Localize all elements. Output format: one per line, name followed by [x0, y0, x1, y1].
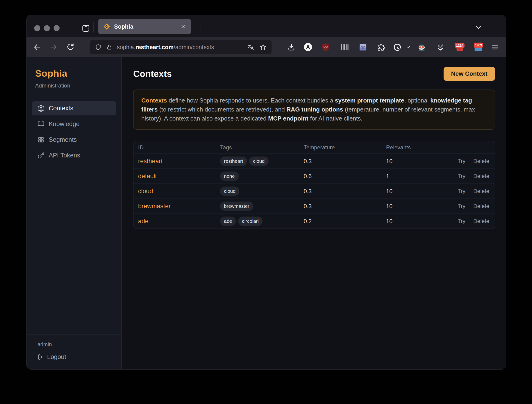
context-id-link[interactable]: default — [138, 173, 220, 180]
logout-icon — [38, 354, 44, 360]
clock-badge-icon[interactable]: 14:3 — [473, 42, 483, 52]
table-row: default none 0.6 1 Try Delete — [133, 169, 495, 183]
try-button[interactable]: Try — [458, 173, 466, 179]
sidebar-item-api-tokens[interactable]: API Tokens — [32, 148, 116, 163]
menu-hamburger-icon[interactable] — [490, 42, 500, 52]
window-close-button[interactable] — [34, 25, 40, 31]
sidebar-item-label: Knowledge — [49, 120, 80, 128]
table-body: restheart restheartcloud 0.3 10 Try Dele… — [133, 153, 495, 228]
t-letter-extension-icon[interactable]: T — [358, 42, 368, 52]
page-title: Contexts — [133, 69, 172, 79]
try-button[interactable]: Try — [458, 218, 466, 224]
table-header-row: ID Tags Temperature Relevants — [133, 141, 495, 153]
context-relevants: 10 — [386, 188, 445, 195]
context-id-link[interactable]: ade — [138, 218, 220, 225]
sidebar-toggle-icon[interactable] — [81, 24, 90, 33]
delete-button[interactable]: Delete — [473, 188, 489, 194]
downloads-icon[interactable] — [286, 42, 297, 52]
lock-icon[interactable] — [107, 44, 112, 50]
notification-counter-badge-icon[interactable]: 1214 — [455, 42, 465, 52]
tag-pill: restheart — [220, 157, 247, 165]
column-header-temperature: Temperature — [304, 144, 386, 151]
url-path: /admin/contexts — [174, 44, 214, 50]
delete-button[interactable]: Delete — [473, 173, 489, 179]
delete-button[interactable]: Delete — [473, 158, 489, 164]
svg-text:14:3: 14:3 — [475, 43, 482, 47]
gauge-dropdown-chevron-icon[interactable] — [404, 42, 413, 52]
table-row: cloud cloud 0.3 10 Try Delete — [133, 183, 495, 199]
brand-block: Sophia Administration — [26, 57, 121, 89]
window-maximize-button[interactable] — [54, 25, 60, 31]
extensions-puzzle-icon[interactable] — [375, 42, 386, 52]
context-tags: none — [220, 171, 304, 181]
sidebar-item-segments[interactable]: Segments — [32, 133, 116, 147]
context-tags: adecircolari — [220, 216, 304, 226]
try-button[interactable]: Try — [458, 158, 466, 164]
table-row: ade adecircolari 0.2 10 Try Delete — [133, 214, 495, 228]
sophia-favicon — [103, 23, 110, 30]
context-id-link[interactable]: cloud — [138, 188, 220, 195]
sidebar-item-label: API Tokens — [49, 152, 80, 159]
context-tags: brewmaster — [220, 202, 304, 211]
info-text-segment: for AI-native clients. — [309, 115, 362, 122]
new-context-button[interactable]: New Context — [443, 67, 495, 81]
double-chevron-badge-icon[interactable] — [435, 42, 445, 52]
context-relevants: 1 — [386, 173, 445, 180]
info-text-segment: system prompt template — [335, 97, 404, 104]
delete-button[interactable]: Delete — [473, 203, 489, 209]
contexts-table: ID Tags Temperature Relevants restheart … — [133, 141, 495, 229]
app-title: Sophia — [35, 68, 121, 79]
sidebar-item-label: Contexts — [49, 105, 73, 112]
context-id-link[interactable]: restheart — [138, 158, 220, 165]
navigation-toolbar: sophia.restheart.com/admin/contexts — [26, 38, 506, 57]
book-icon — [38, 121, 44, 127]
context-temperature: 0.2 — [304, 218, 386, 225]
tabstrip-divider — [93, 22, 94, 32]
gauge-extension-icon[interactable] — [393, 42, 403, 52]
table-row: brewmaster brewmaster 0.3 10 Try Delete — [133, 199, 495, 214]
window-minimize-button[interactable] — [44, 25, 50, 31]
username-label: admin — [38, 341, 121, 348]
info-text-segment: Contexts — [141, 97, 167, 104]
row-actions: Try Delete — [445, 218, 489, 224]
svg-text:A: A — [306, 44, 310, 50]
tag-pill: ade — [220, 216, 236, 226]
translate-icon[interactable] — [247, 44, 254, 51]
tag-pill: circolari — [238, 216, 263, 226]
url-bar[interactable]: sophia.restheart.com/admin/contexts — [90, 40, 272, 54]
context-id-link[interactable]: brewmaster — [138, 203, 220, 210]
forward-button[interactable] — [49, 42, 59, 52]
tab-title: Sophia — [114, 23, 180, 30]
delete-button[interactable]: Delete — [473, 218, 489, 224]
info-text-segment: , optional — [404, 97, 431, 104]
reload-button[interactable] — [65, 42, 76, 52]
url-subdomain: sophia. — [117, 44, 136, 50]
desktop-background: Sophia — [0, 0, 532, 404]
context-temperature: 0.3 — [304, 188, 386, 195]
tracking-protection-shield-icon[interactable] — [95, 44, 101, 50]
tag-pill: cloud — [220, 187, 240, 196]
sidebar: Sophia Administration Contexts — [26, 57, 122, 369]
bookmark-star-icon[interactable] — [260, 44, 266, 50]
contexts-info-box: Contexts define how Sophia responds to u… — [133, 89, 495, 130]
new-tab-button[interactable] — [198, 24, 204, 30]
browser-tab[interactable]: Sophia — [98, 19, 191, 34]
url-text[interactable]: sophia.restheart.com/admin/contexts — [117, 44, 247, 50]
tab-close-icon[interactable] — [180, 23, 186, 30]
sidebar-footer: admin Logout — [26, 334, 121, 369]
fence-extension-icon[interactable] — [339, 42, 349, 52]
robot-glasses-extension-icon[interactable] — [417, 42, 427, 52]
ublock-origin-shield-icon[interactable]: uO — [321, 42, 331, 52]
row-actions: Try Delete — [445, 158, 489, 164]
sidebar-item-knowledge[interactable]: Knowledge — [32, 117, 116, 131]
sidebar-item-contexts[interactable]: Contexts — [32, 101, 116, 115]
extension-a-circle-icon[interactable]: A — [303, 42, 313, 52]
logout-button[interactable]: Logout — [38, 354, 121, 361]
info-text-segment: define how Sophia responds to users. Eac… — [167, 97, 335, 104]
back-button[interactable] — [32, 42, 42, 52]
list-all-tabs-chevron-icon[interactable] — [475, 25, 482, 30]
app-subtitle: Administration — [35, 82, 121, 89]
try-button[interactable]: Try — [458, 188, 466, 194]
tag-pill: brewmaster — [220, 202, 253, 211]
try-button[interactable]: Try — [458, 203, 466, 209]
